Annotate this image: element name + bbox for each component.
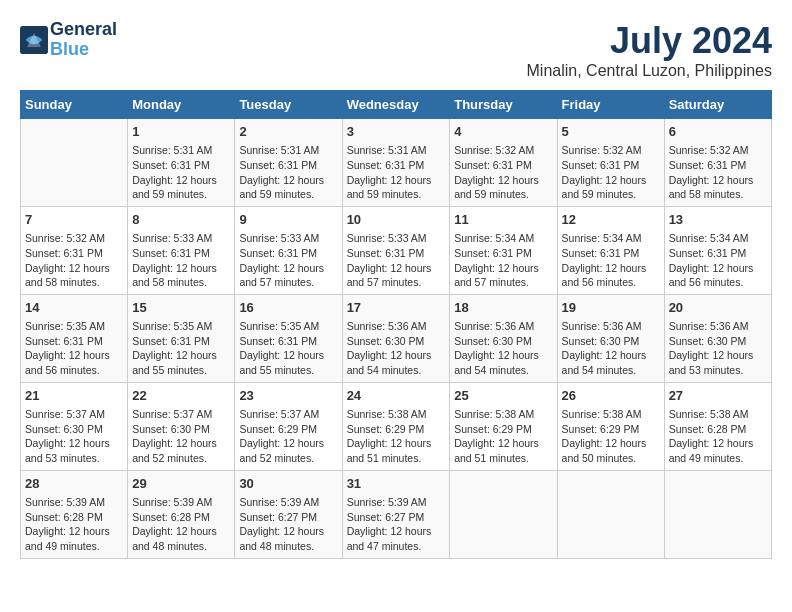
day-info: Sunrise: 5:33 AM Sunset: 6:31 PM Dayligh… xyxy=(239,231,337,290)
logo-line2: Blue xyxy=(50,39,89,59)
day-number: 3 xyxy=(347,123,446,141)
calendar-cell: 20Sunrise: 5:36 AM Sunset: 6:30 PM Dayli… xyxy=(664,294,771,382)
day-info: Sunrise: 5:36 AM Sunset: 6:30 PM Dayligh… xyxy=(454,319,552,378)
calendar-cell: 23Sunrise: 5:37 AM Sunset: 6:29 PM Dayli… xyxy=(235,382,342,470)
calendar-cell: 9Sunrise: 5:33 AM Sunset: 6:31 PM Daylig… xyxy=(235,206,342,294)
day-info: Sunrise: 5:39 AM Sunset: 6:27 PM Dayligh… xyxy=(347,495,446,554)
day-info: Sunrise: 5:34 AM Sunset: 6:31 PM Dayligh… xyxy=(562,231,660,290)
calendar-cell: 17Sunrise: 5:36 AM Sunset: 6:30 PM Dayli… xyxy=(342,294,450,382)
weekday-header-sunday: Sunday xyxy=(21,91,128,119)
calendar-cell xyxy=(557,470,664,558)
day-info: Sunrise: 5:32 AM Sunset: 6:31 PM Dayligh… xyxy=(25,231,123,290)
weekday-header-wednesday: Wednesday xyxy=(342,91,450,119)
day-info: Sunrise: 5:35 AM Sunset: 6:31 PM Dayligh… xyxy=(25,319,123,378)
calendar-cell: 22Sunrise: 5:37 AM Sunset: 6:30 PM Dayli… xyxy=(128,382,235,470)
day-info: Sunrise: 5:35 AM Sunset: 6:31 PM Dayligh… xyxy=(132,319,230,378)
day-info: Sunrise: 5:38 AM Sunset: 6:29 PM Dayligh… xyxy=(454,407,552,466)
day-info: Sunrise: 5:36 AM Sunset: 6:30 PM Dayligh… xyxy=(347,319,446,378)
logo-text: General Blue xyxy=(50,20,117,60)
calendar-cell: 7Sunrise: 5:32 AM Sunset: 6:31 PM Daylig… xyxy=(21,206,128,294)
day-number: 31 xyxy=(347,475,446,493)
calendar-cell: 15Sunrise: 5:35 AM Sunset: 6:31 PM Dayli… xyxy=(128,294,235,382)
title-area: July 2024 Minalin, Central Luzon, Philip… xyxy=(527,20,772,80)
calendar-week-row: 1Sunrise: 5:31 AM Sunset: 6:31 PM Daylig… xyxy=(21,119,772,207)
day-number: 11 xyxy=(454,211,552,229)
day-number: 22 xyxy=(132,387,230,405)
day-number: 16 xyxy=(239,299,337,317)
day-number: 8 xyxy=(132,211,230,229)
day-info: Sunrise: 5:37 AM Sunset: 6:30 PM Dayligh… xyxy=(25,407,123,466)
calendar-cell: 26Sunrise: 5:38 AM Sunset: 6:29 PM Dayli… xyxy=(557,382,664,470)
calendar-cell: 13Sunrise: 5:34 AM Sunset: 6:31 PM Dayli… xyxy=(664,206,771,294)
day-number: 2 xyxy=(239,123,337,141)
weekday-header-row: SundayMondayTuesdayWednesdayThursdayFrid… xyxy=(21,91,772,119)
calendar-cell: 24Sunrise: 5:38 AM Sunset: 6:29 PM Dayli… xyxy=(342,382,450,470)
logo: General Blue xyxy=(20,20,117,60)
day-info: Sunrise: 5:31 AM Sunset: 6:31 PM Dayligh… xyxy=(132,143,230,202)
day-info: Sunrise: 5:39 AM Sunset: 6:28 PM Dayligh… xyxy=(25,495,123,554)
day-info: Sunrise: 5:36 AM Sunset: 6:30 PM Dayligh… xyxy=(562,319,660,378)
day-number: 17 xyxy=(347,299,446,317)
page-header: General Blue July 2024 Minalin, Central … xyxy=(20,20,772,80)
day-info: Sunrise: 5:38 AM Sunset: 6:28 PM Dayligh… xyxy=(669,407,767,466)
day-info: Sunrise: 5:32 AM Sunset: 6:31 PM Dayligh… xyxy=(669,143,767,202)
day-number: 14 xyxy=(25,299,123,317)
calendar-body: 1Sunrise: 5:31 AM Sunset: 6:31 PM Daylig… xyxy=(21,119,772,559)
day-number: 21 xyxy=(25,387,123,405)
calendar-cell: 1Sunrise: 5:31 AM Sunset: 6:31 PM Daylig… xyxy=(128,119,235,207)
calendar-cell: 8Sunrise: 5:33 AM Sunset: 6:31 PM Daylig… xyxy=(128,206,235,294)
calendar-cell: 12Sunrise: 5:34 AM Sunset: 6:31 PM Dayli… xyxy=(557,206,664,294)
day-number: 29 xyxy=(132,475,230,493)
day-info: Sunrise: 5:32 AM Sunset: 6:31 PM Dayligh… xyxy=(562,143,660,202)
day-info: Sunrise: 5:38 AM Sunset: 6:29 PM Dayligh… xyxy=(562,407,660,466)
day-info: Sunrise: 5:37 AM Sunset: 6:30 PM Dayligh… xyxy=(132,407,230,466)
weekday-header-tuesday: Tuesday xyxy=(235,91,342,119)
logo-line1: General xyxy=(50,20,117,40)
logo-icon xyxy=(20,26,48,54)
day-info: Sunrise: 5:34 AM Sunset: 6:31 PM Dayligh… xyxy=(454,231,552,290)
day-info: Sunrise: 5:38 AM Sunset: 6:29 PM Dayligh… xyxy=(347,407,446,466)
day-number: 12 xyxy=(562,211,660,229)
day-number: 28 xyxy=(25,475,123,493)
day-info: Sunrise: 5:33 AM Sunset: 6:31 PM Dayligh… xyxy=(132,231,230,290)
calendar-cell: 30Sunrise: 5:39 AM Sunset: 6:27 PM Dayli… xyxy=(235,470,342,558)
weekday-header-friday: Friday xyxy=(557,91,664,119)
weekday-header-monday: Monday xyxy=(128,91,235,119)
day-number: 30 xyxy=(239,475,337,493)
month-title: July 2024 xyxy=(527,20,772,62)
calendar-week-row: 7Sunrise: 5:32 AM Sunset: 6:31 PM Daylig… xyxy=(21,206,772,294)
calendar-header: SundayMondayTuesdayWednesdayThursdayFrid… xyxy=(21,91,772,119)
day-number: 25 xyxy=(454,387,552,405)
day-number: 1 xyxy=(132,123,230,141)
calendar-cell: 31Sunrise: 5:39 AM Sunset: 6:27 PM Dayli… xyxy=(342,470,450,558)
day-info: Sunrise: 5:32 AM Sunset: 6:31 PM Dayligh… xyxy=(454,143,552,202)
day-info: Sunrise: 5:37 AM Sunset: 6:29 PM Dayligh… xyxy=(239,407,337,466)
calendar-cell: 21Sunrise: 5:37 AM Sunset: 6:30 PM Dayli… xyxy=(21,382,128,470)
day-number: 10 xyxy=(347,211,446,229)
calendar-cell: 18Sunrise: 5:36 AM Sunset: 6:30 PM Dayli… xyxy=(450,294,557,382)
day-number: 15 xyxy=(132,299,230,317)
day-number: 20 xyxy=(669,299,767,317)
calendar-week-row: 28Sunrise: 5:39 AM Sunset: 6:28 PM Dayli… xyxy=(21,470,772,558)
calendar-cell: 10Sunrise: 5:33 AM Sunset: 6:31 PM Dayli… xyxy=(342,206,450,294)
day-number: 24 xyxy=(347,387,446,405)
calendar-cell: 28Sunrise: 5:39 AM Sunset: 6:28 PM Dayli… xyxy=(21,470,128,558)
calendar-cell: 16Sunrise: 5:35 AM Sunset: 6:31 PM Dayli… xyxy=(235,294,342,382)
day-number: 4 xyxy=(454,123,552,141)
day-info: Sunrise: 5:34 AM Sunset: 6:31 PM Dayligh… xyxy=(669,231,767,290)
day-info: Sunrise: 5:31 AM Sunset: 6:31 PM Dayligh… xyxy=(239,143,337,202)
day-number: 5 xyxy=(562,123,660,141)
calendar-week-row: 14Sunrise: 5:35 AM Sunset: 6:31 PM Dayli… xyxy=(21,294,772,382)
day-number: 23 xyxy=(239,387,337,405)
day-number: 13 xyxy=(669,211,767,229)
calendar-cell: 2Sunrise: 5:31 AM Sunset: 6:31 PM Daylig… xyxy=(235,119,342,207)
calendar-cell: 3Sunrise: 5:31 AM Sunset: 6:31 PM Daylig… xyxy=(342,119,450,207)
calendar-week-row: 21Sunrise: 5:37 AM Sunset: 6:30 PM Dayli… xyxy=(21,382,772,470)
calendar-cell: 25Sunrise: 5:38 AM Sunset: 6:29 PM Dayli… xyxy=(450,382,557,470)
location-title: Minalin, Central Luzon, Philippines xyxy=(527,62,772,80)
day-info: Sunrise: 5:39 AM Sunset: 6:27 PM Dayligh… xyxy=(239,495,337,554)
day-number: 27 xyxy=(669,387,767,405)
day-info: Sunrise: 5:31 AM Sunset: 6:31 PM Dayligh… xyxy=(347,143,446,202)
calendar-cell: 6Sunrise: 5:32 AM Sunset: 6:31 PM Daylig… xyxy=(664,119,771,207)
day-info: Sunrise: 5:36 AM Sunset: 6:30 PM Dayligh… xyxy=(669,319,767,378)
